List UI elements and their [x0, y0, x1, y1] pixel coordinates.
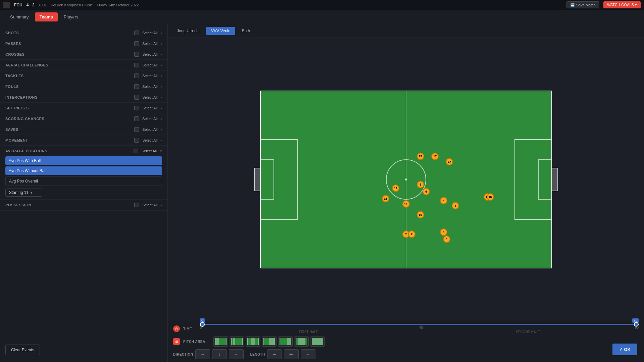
possession-row: POSSESSION Select All › — [0, 200, 167, 211]
possession-label: POSSESSION — [5, 203, 134, 207]
pitch-zone-3[interactable] — [246, 337, 260, 347]
player-dot-14[interactable]: 17 — [446, 158, 453, 165]
player-dot-8[interactable]: 3 — [443, 236, 450, 243]
filter-label-aerial_challenges: AERIAL CHALLENGES — [5, 63, 134, 67]
player-dot-7[interactable]: 3 — [440, 228, 447, 236]
filter-row-movement: MOVEMENT Select All › — [0, 135, 167, 146]
save-match-button[interactable]: 💾 Save Match — [566, 1, 599, 8]
right-goal-area — [538, 159, 551, 200]
player-dot-6[interactable]: 4 — [452, 202, 459, 209]
select-all-shots[interactable]: Select All — [141, 30, 159, 36]
tab-players[interactable]: Players — [59, 12, 83, 21]
tabs-bar: Summary Teams Players — [0, 10, 644, 24]
dir-btn-2[interactable]: ↕ — [212, 349, 227, 359]
avg-pos-without-ball[interactable]: Avg Pos Without Ball — [5, 166, 162, 175]
possession-select-all[interactable]: Select All — [141, 202, 159, 208]
pitch-area-row: ▦ PITCH AREA — [173, 337, 639, 347]
player-dot-3[interactable]: 8 — [417, 181, 424, 188]
avg-pos-overall[interactable]: Avg Pos Overall — [5, 176, 162, 186]
player-dot-9[interactable]: 10 — [417, 211, 424, 218]
checkbox-fouls[interactable] — [134, 84, 139, 89]
watch-goals-button[interactable]: WATCH GOALS ▾ — [603, 1, 641, 8]
football-pitch: 11111186443310771517171416 — [260, 91, 552, 268]
possession-checkbox[interactable] — [134, 203, 139, 207]
chevron-saves: › — [161, 127, 162, 132]
checkbox-tackles[interactable] — [134, 73, 139, 78]
player-dot-4[interactable]: 6 — [423, 188, 430, 195]
player-dot-5[interactable]: 4 — [440, 197, 447, 204]
length-group: LENGTH ⇥ ⇤ ↔ — [250, 349, 315, 359]
player-dot-1[interactable]: 11 — [382, 195, 389, 202]
select-all-interceptions[interactable]: Select All — [141, 95, 159, 100]
filter-label-saves: SAVES — [5, 127, 134, 132]
tab-teams[interactable]: Teams — [35, 12, 58, 21]
dir-btn-1[interactable]: → — [195, 349, 210, 359]
select-all-tackles[interactable]: Select All — [141, 73, 159, 79]
len-btn-2[interactable]: ⇤ — [284, 349, 299, 359]
pitch-view-tabs: Jong Utrecht VVV-Venlo Both — [168, 24, 644, 38]
tab-jong-utrecht[interactable]: Jong Utrecht — [172, 27, 205, 35]
chevron-set_pieces: › — [161, 106, 162, 110]
select-all-set_pieces[interactable]: Select All — [141, 105, 159, 111]
player-dot-13[interactable]: 17 — [431, 153, 439, 160]
avg-positions-checkbox[interactable] — [134, 149, 138, 153]
checkbox-passes[interactable] — [134, 41, 139, 46]
checkbox-interceptions[interactable] — [134, 95, 139, 100]
select-all-scoring_chances[interactable]: Select All — [141, 116, 159, 121]
pitch-zone-2[interactable] — [230, 337, 244, 347]
select-all-fouls[interactable]: Select All — [141, 84, 159, 89]
checkbox-shots[interactable] — [134, 31, 139, 35]
select-all-passes[interactable]: Select All — [141, 41, 159, 46]
player-dot-12[interactable]: 15 — [417, 153, 424, 160]
score-label: 4 - 2 — [27, 3, 35, 7]
direction-group: DIRECTION → ↕ ↔ — [173, 349, 244, 359]
clear-events-button[interactable]: Clear Events — [5, 345, 40, 355]
player-dot-16[interactable]: 16 — [487, 193, 494, 201]
chevron-interceptions: › — [161, 95, 162, 99]
checkbox-scoring_chances[interactable] — [134, 116, 139, 121]
select-all-movement[interactable]: Select All — [141, 138, 159, 143]
pitch-area-icons — [213, 337, 325, 347]
checkbox-movement[interactable] — [134, 138, 139, 143]
length-label: LENGTH — [250, 353, 265, 356]
chevron-tackles: › — [161, 74, 162, 78]
filter-label-movement: MOVEMENT — [5, 138, 134, 142]
tab-both[interactable]: Both — [237, 27, 255, 35]
back-button[interactable]: ← — [3, 2, 10, 8]
pitch-zone-1[interactable] — [213, 337, 228, 347]
select-all-crosses[interactable]: Select All — [141, 52, 159, 57]
filter-label-shots: SHOTS — [5, 31, 134, 35]
filter-row-crosses: CROSSES Select All › — [0, 49, 167, 60]
checkbox-saves[interactable] — [134, 127, 139, 132]
pitch-zone-5[interactable] — [278, 337, 293, 347]
checkbox-aerial_challenges[interactable] — [134, 63, 139, 67]
tab-summary[interactable]: Summary — [5, 12, 34, 21]
dir-btn-3[interactable]: ↔ — [229, 349, 244, 359]
chevron-scoring_chances: › — [161, 117, 162, 121]
avg-positions-section: AVERAGE POSITIONS Select All ▾ Avg Pos W… — [0, 146, 167, 200]
len-btn-1[interactable]: ⇥ — [267, 349, 282, 359]
chevron-crosses: › — [161, 52, 162, 56]
pitch-zone-4[interactable] — [262, 337, 277, 347]
filter-row-saves: SAVES Select All › — [0, 124, 167, 135]
starting-11-dropdown[interactable]: Starting 11 ▾ — [5, 189, 42, 197]
pitch-zone-6[interactable] — [294, 337, 309, 347]
marker-0: 0 — [200, 326, 202, 329]
player-dot-2[interactable]: 11 — [402, 200, 410, 208]
len-btn-3[interactable]: ↔ — [301, 349, 315, 359]
checkbox-set_pieces[interactable] — [134, 106, 139, 110]
filter-label-passes: PASSES — [5, 42, 134, 46]
avg-pos-with-ball[interactable]: Avg Pos With Ball — [5, 156, 162, 165]
checkbox-crosses[interactable] — [134, 52, 139, 57]
tab-vvv-venlo[interactable]: VVV-Venlo — [206, 27, 235, 35]
pitch-zone-7[interactable] — [310, 337, 325, 347]
player-dot-11[interactable]: 7 — [408, 230, 415, 238]
filter-label-interceptions: INTERCEPTIONS — [5, 95, 134, 99]
filter-label-fouls: FOULS — [5, 85, 134, 89]
ok-button[interactable]: ✓ OK — [612, 344, 637, 355]
player-dot-0[interactable]: 11 — [392, 185, 399, 192]
select-all-saves[interactable]: Select All — [141, 127, 159, 132]
select-all-aerial_challenges[interactable]: Select All — [141, 62, 159, 68]
avg-positions-select-all[interactable]: Select All — [140, 148, 158, 154]
time-slider[interactable]: 0 90 0 45 90 FIRST HALF — [200, 324, 639, 334]
